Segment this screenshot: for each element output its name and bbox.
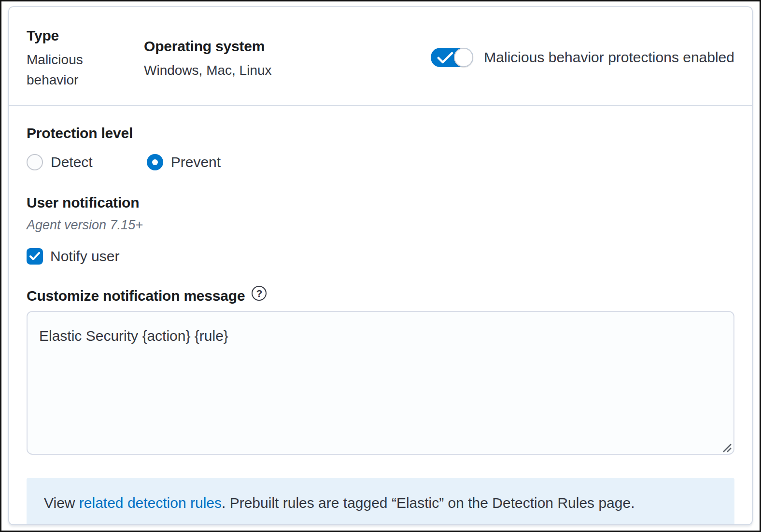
radio-option-detect[interactable]: Detect — [27, 154, 93, 170]
customize-message-heading-row: Customize notification message ? — [27, 288, 734, 304]
os-label: Operating system — [144, 38, 272, 55]
notify-user-checkbox-row[interactable]: Notify user — [27, 248, 734, 265]
user-notification-heading: User notification — [27, 195, 734, 211]
protections-toggle-group: Malicious behavior protections enabled — [431, 48, 734, 67]
customize-message-heading: Customize notification message — [27, 288, 245, 304]
protections-enabled-toggle[interactable] — [431, 48, 473, 67]
notification-message-textarea[interactable]: Elastic Security {action} {rule} — [27, 311, 734, 455]
notify-user-label: Notify user — [50, 248, 119, 265]
related-rules-callout: View related detection rules. Prebuilt r… — [27, 478, 734, 525]
radio-option-prevent[interactable]: Prevent — [147, 154, 221, 170]
checkbox-check-icon — [29, 252, 40, 261]
radio-detect-label: Detect — [51, 154, 93, 170]
toggle-label: Malicious behavior protections enabled — [484, 49, 734, 66]
callout-text: View related detection rules. Prebuilt r… — [44, 493, 634, 513]
toggle-check-icon — [437, 52, 455, 64]
agent-version-note: Agent version 7.15+ — [27, 218, 734, 233]
type-label: Type — [27, 28, 144, 44]
callout-text-prefix: View — [44, 495, 79, 511]
notify-user-checkbox[interactable] — [27, 248, 43, 265]
summary-row: Type Malicious behavior Operating system… — [9, 7, 752, 105]
os-column: Operating system Windows, Mac, Linux — [144, 28, 272, 81]
related-detection-rules-link[interactable]: related detection rules — [79, 495, 222, 511]
help-icon[interactable]: ? — [252, 286, 267, 301]
radio-detect-circle[interactable] — [27, 154, 43, 170]
user-notification-section: User notification Agent version 7.15+ No… — [27, 195, 734, 265]
protection-level-radio-group: Detect Prevent — [27, 154, 734, 170]
toggle-thumb — [454, 48, 473, 67]
main-section: Protection level Detect Prevent User not… — [9, 106, 752, 525]
radio-prevent-circle[interactable] — [147, 154, 163, 170]
protection-level-heading: Protection level — [27, 125, 734, 141]
protection-settings-panel: Type Malicious behavior Operating system… — [8, 6, 753, 525]
callout-text-suffix: . Prebuilt rules are tagged “Elastic” on… — [222, 495, 634, 511]
type-column: Type Malicious behavior — [27, 28, 144, 90]
help-icon-glyph: ? — [256, 288, 263, 299]
type-value: Malicious behavior — [27, 50, 99, 90]
notification-message-field-wrap: Elastic Security {action} {rule} — [27, 311, 734, 457]
radio-prevent-label: Prevent — [171, 154, 221, 170]
os-value: Windows, Mac, Linux — [144, 60, 272, 81]
